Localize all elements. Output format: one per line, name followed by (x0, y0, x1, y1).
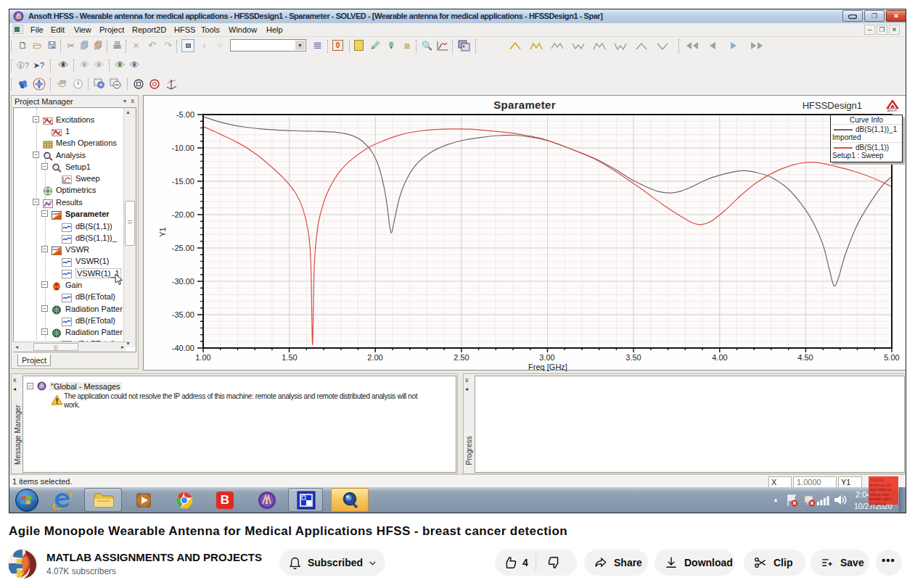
svg-text:ANSOFT: ANSOFT (887, 109, 898, 112)
